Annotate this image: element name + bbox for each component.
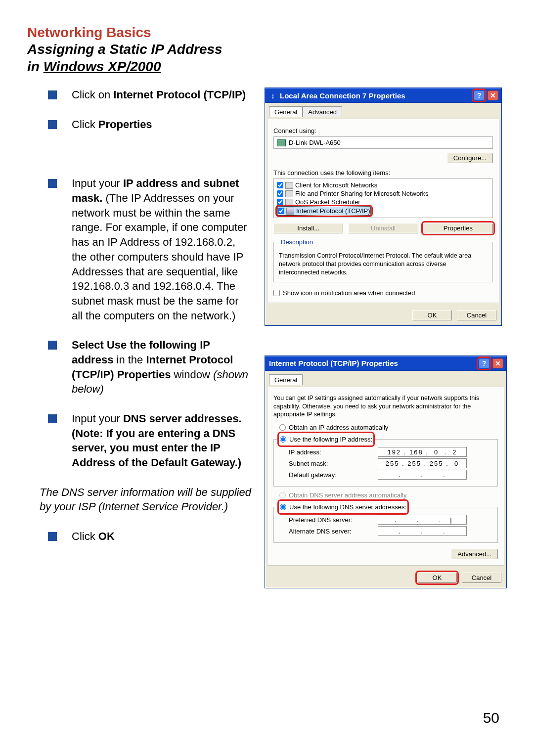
list-item-fileprint[interactable]: File and Printer Sharing for Microsoft N… — [277, 189, 490, 198]
service-icon — [285, 199, 293, 206]
default-gateway-label: Default gateway: — [289, 471, 378, 479]
alternate-dns-label: Alternate DNS server: — [289, 528, 378, 535]
tab-general[interactable]: General — [269, 374, 303, 385]
nic-icon — [277, 139, 286, 146]
section-subtitle: Assigning a Static IP Address in Windows… — [27, 41, 507, 75]
check-fileprint[interactable] — [277, 190, 283, 197]
instr-3-a: Input your — [72, 177, 123, 189]
radio-use-dns[interactable] — [280, 504, 286, 510]
list-item-qos[interactable]: QoS Packet Scheduler — [277, 198, 490, 206]
tcpip-note: You can get IP settings assigned automat… — [273, 394, 498, 419]
ring-tcpip-item: Internet Protocol (TCP/IP) — [277, 206, 371, 216]
instr-2-bold: Properties — [98, 118, 152, 131]
instr-5-a: Input your — [72, 412, 123, 425]
instr-4-d: window — [171, 368, 213, 381]
radio-use-dns-label: Use the following DNS server addresses: — [289, 503, 406, 511]
radio-obtain-ip-label: Obtain an IP address automatically — [289, 424, 388, 431]
instr-2-text: Click — [72, 118, 98, 131]
subnet-mask-label: Subnet mask: — [289, 460, 378, 467]
check-qos[interactable] — [277, 199, 283, 205]
radio-use-dns-row[interactable]: Use the following DNS server addresses: — [280, 503, 406, 511]
radio-use-ip-row[interactable]: Use the following IP address: — [280, 436, 372, 443]
instr-1-bold: Internet Protocol (TCP/IP) — [113, 89, 246, 101]
client-icon — [285, 182, 293, 189]
check-client[interactable] — [277, 182, 283, 188]
help-button[interactable]: ? — [474, 90, 485, 100]
instr-6-a: Click — [72, 530, 98, 542]
advanced-button[interactable]: Advanced... — [451, 549, 498, 559]
instr-6-b: OK — [98, 530, 115, 542]
ok-button[interactable]: OK — [417, 573, 457, 583]
titlebar-lan-text: Local Area Connection 7 Properties — [280, 91, 471, 100]
radio-obtain-dns-label: Obtain DNS server address automatically — [289, 491, 406, 499]
ip-address-label: IP address: — [289, 448, 378, 456]
instr-1-text: Click on — [72, 89, 113, 101]
ip-address-field[interactable] — [378, 447, 467, 457]
ok-button[interactable]: OK — [412, 310, 452, 320]
subnet-mask-field[interactable] — [378, 458, 467, 468]
instruction-3: Input your IP address and subnet mask. (… — [72, 176, 252, 323]
close-button[interactable]: ✕ — [488, 90, 498, 100]
radio-use-ip[interactable] — [280, 436, 286, 443]
list-item-client[interactable]: Client for Microsoft Networks — [277, 181, 490, 189]
instr-3-c: (The IP Addresses on your network must b… — [72, 192, 247, 322]
tab-advanced[interactable]: Advanced — [303, 106, 342, 117]
instruction-2: Click Properties — [72, 117, 252, 132]
page-number: 50 — [483, 710, 499, 726]
section-title-red: Networking Basics — [27, 25, 507, 41]
description-text: Transmission Control Protocol/Internet P… — [279, 252, 488, 277]
items-label: This connection uses the following items… — [273, 169, 493, 177]
instruction-6: Click OK — [72, 529, 252, 544]
list-item-label: Internet Protocol (TCP/IP) — [296, 207, 370, 215]
subtitle-line2-underline: Windows XP/2000 — [44, 59, 161, 74]
list-item-tcpip[interactable]: Internet Protocol (TCP/IP) — [278, 207, 370, 215]
default-gateway-field[interactable] — [378, 470, 467, 480]
radio-obtain-ip-row[interactable]: Obtain an IP address automatically — [279, 424, 498, 431]
configure-button[interactable]: CConfigure...onfigure... — [447, 153, 493, 163]
preferred-dns-field[interactable] — [378, 515, 467, 525]
dialog-lan-properties: ↕ Local Area Connection 7 Properties ? ✕… — [265, 88, 502, 326]
alternate-dns-field[interactable] — [378, 526, 467, 536]
connection-items-list[interactable]: Client for Microsoft Networks File and P… — [273, 178, 493, 218]
service-icon — [285, 190, 293, 197]
check-tcpip[interactable] — [278, 208, 284, 214]
description-legend: Description — [279, 238, 315, 246]
tab-general[interactable]: General — [269, 106, 303, 117]
radio-obtain-dns-row: Obtain DNS server address automatically — [279, 491, 498, 499]
connect-using-label: Connect using: — [273, 127, 493, 134]
isp-note: The DNS server information will be suppl… — [40, 485, 252, 514]
list-item-label: File and Printer Sharing for Microsoft N… — [295, 190, 428, 197]
instr-4-b: in the — [113, 354, 146, 366]
titlebar-lan[interactable]: ↕ Local Area Connection 7 Properties ? ✕ — [265, 88, 501, 103]
ring-use-ip: Use the following IP address: — [279, 433, 373, 445]
close-button[interactable]: ✕ — [492, 358, 503, 368]
instruction-4: Select Use the following IP address in t… — [72, 338, 252, 397]
radio-use-ip-label: Use the following IP address: — [289, 436, 372, 443]
radio-obtain-dns — [279, 492, 286, 498]
help-button[interactable]: ? — [479, 358, 490, 368]
titlebar-tcpip[interactable]: Internet Protocol (TCP/IP) Properties ? … — [265, 356, 506, 371]
instruction-5: Input your DNS server addresses. (Note: … — [72, 411, 252, 470]
list-item-label: Client for Microsoft Networks — [295, 181, 377, 189]
protocol-icon — [286, 208, 294, 215]
adapter-field: D-Link DWL-A650 — [273, 136, 493, 149]
adapter-name: D-Link DWL-A650 — [289, 139, 341, 146]
dialog-tcpip-properties: Internet Protocol (TCP/IP) Properties ? … — [265, 356, 507, 589]
ring-use-dns: Use the following DNS server addresses: — [279, 501, 407, 513]
check-show-icon[interactable] — [273, 290, 280, 296]
cancel-button[interactable]: Cancel — [462, 573, 501, 583]
show-icon-label: Show icon in notification area when conn… — [283, 289, 415, 297]
properties-button[interactable]: Properties — [423, 223, 493, 233]
instruction-1: Click on Internet Protocol (TCP/IP) — [72, 88, 252, 102]
radio-obtain-ip[interactable] — [279, 424, 286, 431]
list-item-label: QoS Packet Scheduler — [295, 198, 360, 206]
subtitle-line2-prefix: in — [27, 59, 44, 74]
preferred-dns-label: Preferred DNS server: — [289, 516, 378, 524]
cancel-button[interactable]: Cancel — [457, 310, 496, 320]
titlebar-tcpip-text: Internet Protocol (TCP/IP) Properties — [269, 359, 476, 367]
install-button[interactable]: Install... — [273, 223, 343, 233]
network-up-icon: ↕ — [269, 91, 277, 100]
uninstall-button[interactable]: Uninstall — [348, 223, 418, 233]
description-fieldset: Description Transmission Control Protoco… — [273, 238, 493, 282]
subtitle-line1: Assigning a Static IP Address — [27, 42, 222, 57]
